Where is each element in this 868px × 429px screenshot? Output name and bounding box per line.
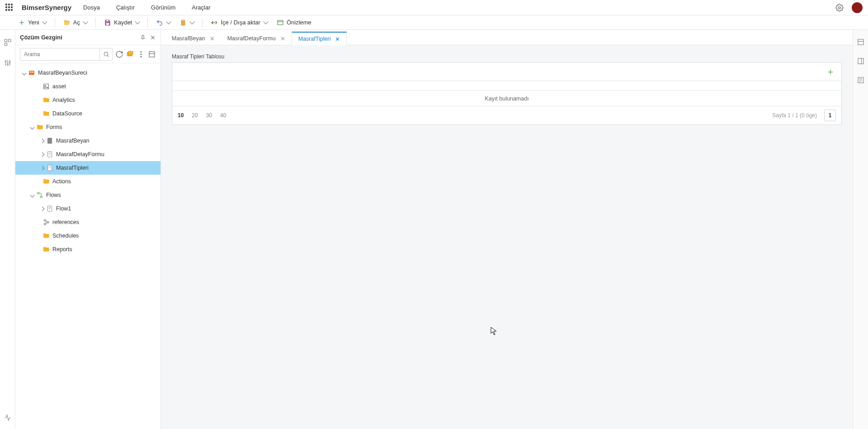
properties-icon[interactable] [148, 50, 156, 58]
svg-point-30 [45, 85, 46, 86]
tab-masrafbeyan[interactable]: MasrafBeyan ✕ [165, 31, 221, 45]
tree-label: DataSource [52, 110, 82, 117]
open-button[interactable]: Aç [60, 16, 91, 29]
tree-node-analytics[interactable]: Analytics [15, 93, 160, 107]
tab-masraftipleri[interactable]: MasrafTipleri ✕ [292, 32, 347, 45]
svg-point-17 [104, 52, 108, 56]
chevron-down-icon [42, 19, 47, 24]
svg-rect-27 [30, 72, 31, 72]
references-icon [42, 219, 50, 226]
apps-icon[interactable] [5, 4, 14, 12]
action-toolbar: Yeni Aç Kaydet İçe / Dışa aktar Önizleme [0, 15, 868, 30]
separator [147, 18, 148, 28]
preview-label: Önizleme [287, 19, 311, 26]
separator [95, 18, 96, 28]
preview-button[interactable]: Önizleme [273, 16, 315, 29]
page-current[interactable]: 1 [824, 110, 836, 121]
pin-icon[interactable] [140, 34, 146, 41]
tab-label: MasrafBeyan [172, 35, 205, 42]
settings-icon[interactable] [835, 4, 844, 12]
new-button[interactable]: Yeni [14, 16, 50, 29]
caret-icon [36, 234, 41, 238]
svg-rect-26 [29, 71, 34, 75]
flow-icon [46, 205, 53, 212]
tree-node-flow1[interactable]: Flow1 [15, 202, 160, 215]
tree-node-actions[interactable]: Actions [15, 175, 160, 188]
table-footer: 10 20 30 40 Sayfa 1 / 1 (0 öge) 1 [172, 106, 841, 124]
page-size-30[interactable]: 30 [206, 112, 212, 119]
brand-label: BimserSynergy [22, 4, 71, 11]
user-avatar[interactable] [852, 2, 863, 13]
asset-icon [42, 83, 50, 90]
editor-tabs: MasrafBeyan ✕ MasrafDetayFormu ✕ MasrafT… [161, 30, 853, 45]
svg-rect-24 [149, 52, 155, 57]
caret-icon [36, 179, 41, 184]
import-export-button[interactable]: İçe / Dışa aktar [207, 16, 271, 29]
tab-masrafdetayformu[interactable]: MasrafDetayFormu ✕ [221, 31, 292, 45]
tree-label: Reports [52, 246, 72, 253]
svg-point-44 [44, 223, 46, 225]
tree-node-reports[interactable]: Reports [15, 243, 160, 256]
svg-rect-11 [5, 43, 7, 45]
save-button[interactable]: Kaydet [100, 16, 143, 29]
form-icon [46, 151, 53, 158]
folder-icon [42, 232, 50, 239]
search-button[interactable] [99, 48, 112, 60]
panel3-rail-icon[interactable] [857, 76, 865, 84]
close-tab-icon[interactable]: ✕ [335, 36, 340, 43]
caret-icon [36, 247, 41, 252]
clipboard-button[interactable] [176, 16, 198, 29]
refresh-icon[interactable] [115, 50, 123, 58]
caret-icon [36, 220, 41, 224]
add-row-button[interactable]: ＋ [826, 66, 835, 78]
panel2-rail-icon[interactable] [857, 57, 865, 65]
collapse-all-icon[interactable] [126, 50, 134, 58]
tree-node-datasource[interactable]: DataSource [15, 107, 160, 120]
search-input[interactable] [20, 51, 99, 57]
explorer-tools [15, 45, 160, 63]
explorer-title: Çözüm Gezgini [20, 34, 62, 41]
undo-button[interactable] [152, 16, 174, 29]
explorer-rail-icon[interactable] [4, 38, 12, 46]
tree-node-asset[interactable]: asset [15, 80, 160, 93]
menu-view[interactable]: Görünüm [151, 4, 175, 11]
caret-icon [40, 152, 44, 157]
plus-icon [18, 19, 25, 26]
tree-label: Analytics [52, 97, 75, 103]
svg-point-23 [141, 56, 142, 57]
tree-node-forms[interactable]: Forms [15, 120, 160, 134]
panel1-rail-icon[interactable] [857, 38, 865, 46]
close-tab-icon[interactable]: ✕ [210, 35, 215, 42]
tree-node-form-masrafdetay[interactable]: MasrafDetayFormu [15, 148, 160, 161]
tools-rail-icon[interactable] [4, 59, 12, 67]
page-size-40[interactable]: 40 [220, 112, 226, 119]
tree-node-schedules[interactable]: Schedules [15, 229, 160, 243]
caret-icon [40, 206, 44, 211]
page-size-10[interactable]: 10 [178, 112, 184, 119]
close-tab-icon[interactable]: ✕ [280, 35, 285, 42]
page-size-20[interactable]: 20 [192, 112, 198, 119]
tree-node-flows[interactable]: Flows [15, 188, 160, 202]
caret-icon [40, 138, 44, 143]
more-icon[interactable] [137, 50, 145, 58]
svg-point-13 [7, 64, 8, 65]
tree-node-references[interactable]: references [15, 215, 160, 229]
tree-node-project[interactable]: MasrafBeyanSureci [15, 66, 160, 80]
menu-file[interactable]: Dosya [83, 4, 100, 11]
form-icon [46, 137, 53, 144]
top-menu-bar: BimserSynergy Dosya Çalıştır Görünüm Ara… [0, 0, 868, 15]
svg-rect-41 [40, 196, 42, 198]
caret-icon [30, 125, 34, 129]
tree-node-form-masraftipleri[interactable]: MasrafTipleri [15, 161, 160, 175]
open-label: Aç [73, 19, 80, 26]
menu-tools[interactable]: Araçlar [192, 4, 210, 11]
menu-run[interactable]: Çalıştır [116, 4, 135, 11]
caret-icon [36, 84, 41, 89]
folder-icon [42, 110, 50, 117]
diagnostics-rail-icon[interactable] [4, 414, 12, 422]
close-icon[interactable] [150, 34, 156, 41]
page-info: Sayfa 1 / 1 (0 öge) [772, 112, 817, 119]
tree-node-form-masrafbeyan[interactable]: MasrafBeyan [15, 134, 160, 148]
tab-label: MasrafTipleri [298, 36, 331, 42]
tab-label: MasrafDetayFormu [227, 35, 276, 42]
